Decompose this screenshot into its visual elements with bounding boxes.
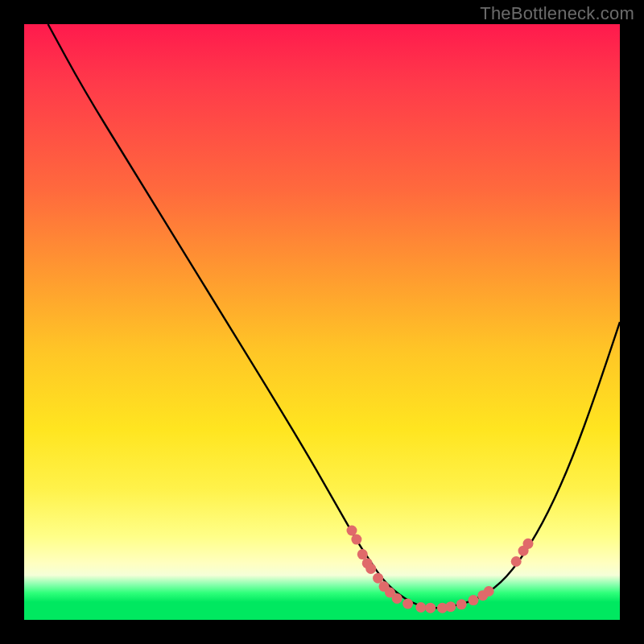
bottleneck-curve [48,24,620,608]
marker-point [456,599,467,609]
marker-point [351,535,361,545]
marker-point [511,556,522,567]
marker-point [373,573,383,584]
chart-svg [24,24,620,620]
marker-point [484,586,494,597]
marker-point [445,601,456,612]
marker-point [365,564,376,574]
marker-point [415,602,426,613]
marker-point [392,593,402,604]
chart-plot-area [24,24,620,620]
highlight-markers [347,526,534,613]
marker-point [402,599,413,609]
marker-point [425,603,436,613]
chart-frame: TheBottleneck.com [0,0,644,644]
watermark-text: TheBottleneck.com [480,3,634,24]
marker-point [347,526,357,536]
marker-point [523,539,534,549]
marker-point [469,595,479,605]
marker-point [357,549,368,559]
